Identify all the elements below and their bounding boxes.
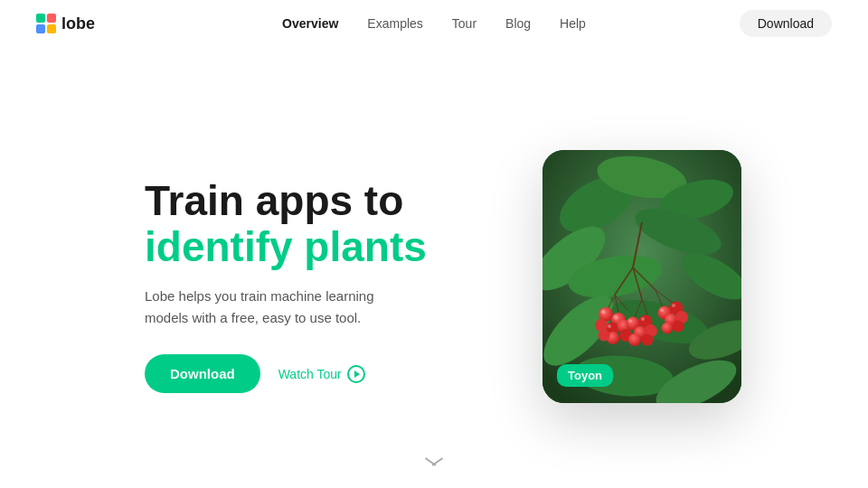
svg-rect-2	[36, 24, 45, 33]
hero-section: Train apps to identify plants Lobe helps…	[0, 47, 868, 488]
hero-subtitle: Lobe helps you train machine learning mo…	[145, 286, 380, 329]
svg-point-35	[599, 330, 610, 342]
svg-rect-1	[47, 14, 56, 23]
svg-rect-3	[47, 24, 56, 33]
logo[interactable]: lobe	[36, 14, 95, 33]
svg-point-52	[641, 317, 645, 321]
svg-point-49	[614, 315, 618, 320]
svg-point-41	[642, 334, 654, 346]
logo-text: lobe	[61, 14, 95, 33]
nav-item-blog[interactable]: Blog	[505, 16, 531, 31]
svg-point-51	[628, 319, 632, 323]
plant-label-badge: Toyon	[557, 364, 613, 387]
hero-title-line1: Train apps to	[145, 177, 403, 224]
navbar: lobe Overview Examples Tour Blog Help Do…	[0, 0, 868, 47]
hero-buttons: Download Watch Tour	[145, 354, 427, 393]
watch-tour-label: Watch Tour	[278, 367, 342, 381]
svg-point-47	[673, 321, 684, 333]
watch-tour-button[interactable]: Watch Tour	[278, 365, 365, 383]
play-icon	[347, 365, 365, 383]
scroll-indicator	[423, 459, 445, 472]
svg-point-48	[601, 310, 606, 314]
svg-rect-0	[36, 14, 45, 23]
hero-title-line2: identify plants	[145, 223, 427, 270]
svg-point-53	[660, 308, 664, 312]
hero-content: Train apps to identify plants Lobe helps…	[145, 178, 427, 393]
svg-point-54	[672, 304, 675, 307]
nav-item-help[interactable]: Help	[560, 16, 586, 31]
nav-links: Overview Examples Tour Blog Help	[282, 16, 586, 31]
nav-item-overview[interactable]: Overview	[282, 16, 338, 31]
nav-download-button[interactable]: Download	[740, 10, 832, 37]
svg-point-50	[608, 324, 611, 328]
lobe-logo-icon	[36, 14, 56, 33]
hero-image-area: Toyon	[542, 150, 760, 421]
nav-item-examples[interactable]: Examples	[367, 16, 422, 31]
hero-title: Train apps to identify plants	[145, 178, 427, 269]
svg-point-46	[662, 323, 674, 334]
plant-card: Toyon	[542, 150, 741, 403]
hero-download-button[interactable]: Download	[145, 354, 260, 393]
chevron-down-icon	[423, 459, 445, 472]
svg-point-40	[628, 333, 641, 346]
nav-item-tour[interactable]: Tour	[452, 16, 476, 31]
